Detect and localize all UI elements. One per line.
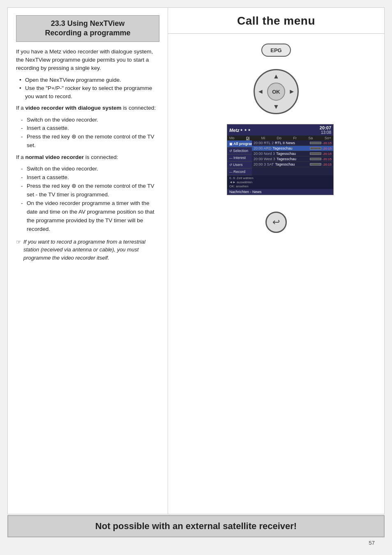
bullet-item-1: Open the NexTView programme guide. (19, 76, 159, 84)
users-icon: ↺ (229, 163, 232, 167)
nav-left-arrow[interactable]: ◄ (257, 88, 264, 95)
nav-pad: ▲ ▼ ◄ ► OK (254, 69, 299, 114)
prog-timer-1: -20:15 (322, 141, 332, 145)
prog-bar-4 (310, 158, 321, 160)
bullet-item-2: Use the "P+/P-" rocker key to select the… (19, 84, 159, 101)
section-title-line2: Recording a programme (45, 29, 130, 37)
sidebar-record[interactable]: — Record (227, 168, 252, 175)
sidebar-interest-label: Interest (233, 156, 246, 160)
right-header-title: Call the menu (176, 14, 376, 28)
nextview-bottom-bar: Nachrichten - News (227, 189, 333, 195)
epg-button[interactable]: EPG (261, 44, 291, 57)
left-column: 23.3 Using NexTView Recording a programm… (8, 8, 168, 514)
selection-icon: ↺ (229, 149, 232, 153)
dialogue-step-3: Press the red key ⊛ on the remote contro… (21, 133, 159, 150)
page-number: 57 (7, 537, 385, 548)
sidebar-record-label: Record (233, 170, 245, 174)
record-icon: — (229, 170, 233, 174)
nav-right-arrow[interactable]: ► (288, 88, 295, 95)
main-content: 23.3 Using NexTView Recording a programm… (7, 7, 385, 514)
nextview-date-row: Mo Di Mi Do Fr Sa So+ (227, 136, 333, 140)
interest-icon: — (229, 156, 233, 160)
metz-stars: ★ ★ ★ (240, 128, 250, 132)
nav-ok-button[interactable]: OK (267, 83, 285, 101)
if-dialogue-paragraph: If a video recorder with dialogue system… (16, 104, 159, 112)
prog-time-3: 20:00 Nord 3 (254, 152, 275, 156)
if-dialogue-label: If a (16, 105, 24, 111)
prog-timer-5: -20:15 (322, 163, 332, 166)
dialogue-steps-list: Switch on the video recorder. Insert a c… (21, 116, 159, 150)
program-row-1: 20:00 RTL 2 RTL II News -20:15 (252, 140, 333, 146)
program-row-5: 20:00 3 SAT Tagesschau -20:15 (252, 162, 333, 167)
nextview-header: Metz ★ ★ ★ 20:07 13:08 (227, 124, 333, 136)
day-fr: Fr (293, 136, 297, 140)
page: 23.3 Using NexTView Recording a programm… (0, 0, 392, 555)
sidebar-users-label: Users (233, 163, 243, 167)
sidebar-interest[interactable]: — Interest (227, 154, 252, 161)
right-header: Call the menu (168, 8, 384, 34)
day-do: Do (277, 136, 282, 140)
prog-bar-3 (310, 152, 321, 155)
if-normal-bold: normal video recorder (25, 154, 84, 160)
normal-steps-list: Switch on the video recorder. Insert a c… (21, 165, 159, 233)
bullet-list: Open the NexTView programme guide. Use t… (19, 76, 159, 101)
if-dialogue-bold: video recorder with dialogue system (25, 105, 122, 111)
if-dialogue-end: is connected: (123, 105, 156, 111)
normal-step-4: On the video recorder programme a timer … (21, 199, 159, 234)
prog-name-3: Tagesschau (275, 152, 309, 156)
if-normal-paragraph: If a normal video recorder is connected: (16, 153, 159, 161)
program-row-4: 20:00 West 3 Tagesschau -20:15 (252, 157, 333, 162)
return-button[interactable]: ↩ (265, 212, 287, 233)
day-so: So+ (325, 136, 331, 140)
sidebar-all-programmes-label: All programmes (233, 142, 252, 146)
sidebar-selection[interactable]: ↺ Selection (227, 147, 252, 154)
footer-line-2: ◄► auswählen (229, 180, 331, 184)
all-programmes-icon: ▣ (229, 142, 233, 146)
normal-step-3: Press the red key ⊛ on the remote contro… (21, 182, 159, 199)
prog-time-5: 20:00 3 SAT (254, 162, 274, 166)
day-di: Di (246, 136, 250, 140)
section-title-h2: 23.3 Using NexTView Recording a programm… (22, 19, 153, 38)
nextview-wrapper: NexTView Metz ★ ★ ★ 20:07 13:08 (227, 124, 334, 203)
if-normal-end: is connected: (85, 154, 118, 160)
prog-bar-1 (310, 142, 321, 144)
prog-timer-2: -20:15 (322, 147, 332, 150)
prog-name-1: RTL II News (274, 141, 309, 145)
note-block: If you want to record a programme from a… (16, 238, 159, 262)
prog-time-2: 20:00 ARD (254, 146, 272, 150)
prog-timer-3: -20:15 (322, 152, 332, 156)
bottom-banner: Not possible with an external satellite … (7, 515, 385, 537)
nextview-body: ▣ All programmes ↺ Selection — Interest (227, 140, 333, 175)
nextview-screen: Metz ★ ★ ★ 20:07 13:08 Mo Di (227, 124, 334, 195)
prog-bar-5 (310, 163, 321, 166)
right-column: Call the menu EPG ▲ ▼ ◄ ► OK (168, 8, 384, 514)
nav-down-arrow[interactable]: ▼ (273, 103, 279, 111)
nextview-times: 20:07 13:08 (320, 125, 331, 135)
day-sa: Sa (308, 136, 313, 140)
nextview-logo: Metz ★ ★ ★ (229, 128, 251, 133)
prog-name-4: Tagesschau (275, 157, 309, 161)
prog-time-1: 20:00 RTL 2 (254, 141, 274, 145)
right-body: EPG ▲ ▼ ◄ ► OK NexTView (168, 34, 384, 514)
nextview-footer: 0..9: Zeit wählen ◄► auswählen OK: anseh… (227, 175, 333, 189)
program-row-3: 20:00 Nord 3 Tagesschau -20:15 (252, 151, 333, 157)
day-mo: Mo (229, 136, 235, 140)
sidebar-users[interactable]: ↺ Users (227, 161, 252, 168)
program-row-2: 20:00 ARD Tagesschau -20:15 (252, 146, 333, 151)
bottom-banner-text: Not possible with an external satellite … (16, 521, 376, 532)
nextview-time1: 20:07 (320, 125, 331, 130)
footer-line-1: 0..9: Zeit wählen (229, 176, 331, 180)
prog-name-5: Tagesschau (274, 162, 309, 166)
normal-step-1: Switch on the video recorder. (21, 165, 159, 173)
sidebar-selection-label: Selection (233, 149, 248, 153)
nav-up-arrow[interactable]: ▲ (273, 73, 279, 80)
dialogue-step-1: Switch on the video recorder. (21, 116, 159, 124)
prog-name-2: Tagesschau (272, 146, 309, 150)
footer-line-3: OK: ansehen (229, 184, 331, 188)
day-mi: Mi (261, 136, 265, 140)
intro-paragraph: If you have a Metz video recorder with d… (16, 48, 159, 73)
sidebar-all-programmes[interactable]: ▣ All programmes (227, 140, 252, 147)
nav-circle: ▲ ▼ ◄ ► OK (254, 69, 299, 114)
prog-time-4: 20:00 West 3 (254, 157, 275, 161)
prog-bar-2 (310, 147, 321, 150)
